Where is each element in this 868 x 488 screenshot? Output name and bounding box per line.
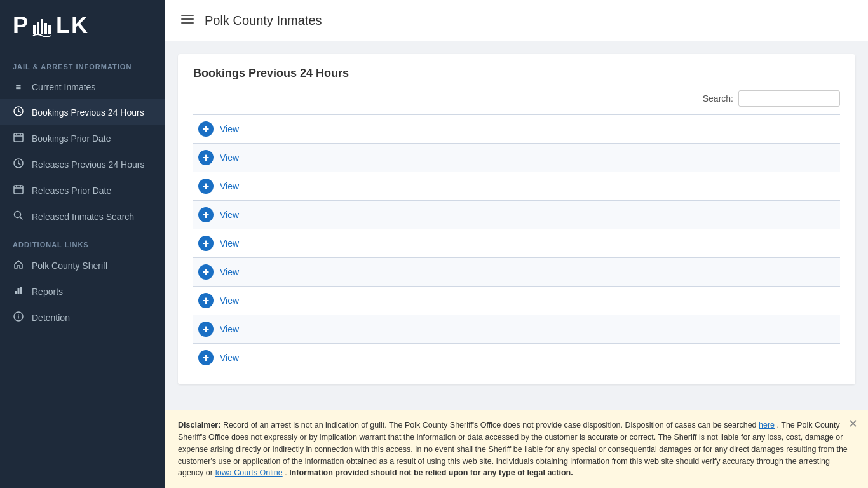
view-link[interactable]: View	[220, 152, 239, 163]
content-area: Bookings Previous 24 Hours Search: + Vie…	[165, 41, 868, 410]
data-rows: + View + View + View + View + View	[193, 114, 840, 372]
svg-rect-2	[37, 22, 39, 34]
svg-line-22	[20, 217, 23, 220]
sidebar-item-bookings-prior[interactable]: Bookings Prior Date	[0, 125, 165, 151]
calendar-icon	[13, 132, 24, 144]
disclaimer-banner: ✕ Disclaimer: Record of an arrest is not…	[165, 410, 868, 488]
expand-button[interactable]: +	[198, 236, 214, 251]
disclaimer-text1: Record of an arrest is not an indication…	[223, 421, 759, 430]
sidebar: P LK Jail & Arrest Information ≡	[0, 0, 165, 488]
list-icon: ≡	[13, 81, 24, 92]
table-row: + View	[193, 172, 840, 200]
polk-logo: P LK	[13, 11, 95, 39]
expand-button[interactable]: +	[198, 150, 214, 165]
sidebar-item-reports[interactable]: Reports	[0, 278, 165, 304]
view-link[interactable]: View	[220, 353, 239, 363]
view-link[interactable]: View	[220, 238, 239, 248]
expand-button[interactable]: +	[198, 350, 214, 365]
info-icon	[13, 311, 24, 323]
svg-point-28	[18, 314, 19, 315]
view-link[interactable]: View	[220, 181, 239, 191]
topbar: Polk County Inmates	[165, 0, 868, 41]
sidebar-item-label: Releases Previous 24 Hours	[32, 159, 144, 170]
table-row: + View	[193, 114, 840, 143]
view-link[interactable]: View	[220, 324, 239, 334]
svg-rect-1	[33, 25, 36, 34]
svg-rect-24	[18, 288, 20, 294]
table-row: + View	[193, 257, 840, 286]
disclaimer-bold: Disclaimer:	[178, 421, 220, 430]
sidebar-item-label: Bookings Previous 24 Hours	[32, 107, 144, 118]
sidebar-item-label: Polk County Sheriff	[32, 261, 108, 271]
expand-button[interactable]: +	[198, 293, 214, 308]
sidebar-item-label: Current Inmates	[32, 82, 95, 92]
view-link[interactable]: View	[220, 295, 239, 306]
svg-text:LK: LK	[56, 12, 89, 38]
search-bar: Search:	[193, 90, 840, 107]
home-icon	[13, 259, 24, 271]
table-row: + View	[193, 286, 840, 315]
main-area: Polk County Inmates Bookings Previous 24…	[165, 0, 868, 488]
search-icon	[13, 210, 24, 222]
disclaimer-bold2: Information provided should not be relie…	[289, 468, 573, 477]
sidebar-logo: P LK	[0, 0, 165, 51]
expand-button[interactable]: +	[198, 179, 214, 194]
section-label-links: Additional Links	[0, 229, 165, 252]
section-label-jail: Jail & Arrest Information	[0, 51, 165, 74]
search-input[interactable]	[738, 90, 840, 107]
sidebar-item-bookings-24[interactable]: Bookings Previous 24 Hours	[0, 99, 165, 125]
sidebar-item-released-search[interactable]: Released Inmates Search	[0, 203, 165, 229]
svg-rect-17	[14, 186, 23, 194]
sidebar-item-releases-24[interactable]: Releases Previous 24 Hours	[0, 151, 165, 177]
view-link[interactable]: View	[220, 267, 239, 277]
expand-button[interactable]: +	[198, 207, 214, 222]
sidebar-item-current-inmates[interactable]: ≡ Current Inmates	[0, 74, 165, 99]
svg-rect-10	[14, 133, 23, 142]
logo-text: P LK	[13, 11, 153, 39]
sidebar-item-label: Detention	[32, 313, 70, 323]
sidebar-section-jail: Jail & Arrest Information ≡ Current Inma…	[0, 51, 165, 229]
page-title: Polk County Inmates	[205, 13, 322, 28]
svg-rect-5	[48, 25, 51, 34]
close-disclaimer-button[interactable]: ✕	[848, 418, 858, 430]
disclaimer-iowa-link[interactable]: Iowa Courts Online	[215, 468, 282, 477]
table-row: + View	[193, 143, 840, 172]
search-label: Search:	[703, 93, 733, 104]
sidebar-item-detention[interactable]: Detention	[0, 304, 165, 330]
sidebar-item-label: Releases Prior Date	[32, 186, 111, 196]
sidebar-item-releases-prior[interactable]: Releases Prior Date	[0, 177, 165, 203]
table-row: + View	[193, 343, 840, 372]
table-row: + View	[193, 315, 840, 343]
calendar2-icon	[13, 184, 24, 196]
table-row: + View	[193, 200, 840, 229]
disclaimer-here-link[interactable]: here	[759, 421, 775, 430]
sidebar-item-label: Released Inmates Search	[32, 212, 134, 222]
sidebar-item-polk-sheriff[interactable]: Polk County Sheriff	[0, 252, 165, 278]
svg-line-9	[18, 111, 20, 112]
content-card: Bookings Previous 24 Hours Search: + Vie…	[178, 54, 855, 384]
chart-icon	[13, 285, 24, 297]
expand-button[interactable]: +	[198, 264, 214, 280]
svg-line-16	[18, 163, 20, 165]
svg-rect-23	[15, 291, 17, 294]
content-title: Bookings Previous 24 Hours	[193, 67, 840, 80]
clock2-icon	[13, 158, 24, 170]
table-row: + View	[193, 229, 840, 257]
sidebar-item-label: Reports	[32, 287, 63, 297]
svg-rect-3	[41, 19, 43, 34]
svg-text:P: P	[13, 12, 29, 38]
sidebar-item-label: Bookings Prior Date	[32, 133, 111, 144]
clock-icon	[13, 106, 24, 118]
svg-rect-4	[44, 23, 47, 34]
view-link[interactable]: View	[220, 210, 239, 220]
view-link[interactable]: View	[220, 124, 239, 134]
sidebar-section-links: Additional Links Polk County Sheriff Rep…	[0, 229, 165, 330]
expand-button[interactable]: +	[198, 322, 214, 337]
expand-button[interactable]: +	[198, 121, 214, 137]
svg-rect-25	[20, 287, 22, 294]
menu-icon[interactable]	[180, 12, 194, 29]
